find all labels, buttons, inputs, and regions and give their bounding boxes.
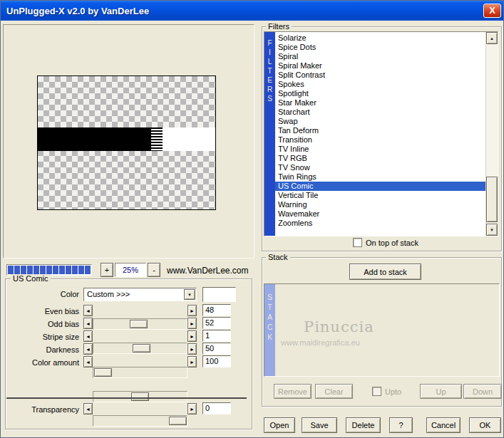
filter-list-item[interactable]: Spice Dots (275, 43, 485, 52)
filter-list-item[interactable]: Spiral (275, 52, 485, 61)
slider-left-arrow-icon[interactable]: ◄ (83, 305, 93, 316)
darkness-value[interactable]: 50 (202, 343, 231, 355)
filter-list-item[interactable]: US Comic (275, 182, 485, 191)
slider-right-arrow-icon[interactable]: ► (187, 318, 197, 329)
stripe-size-label: Stripe size (6, 333, 79, 341)
strip-letter: L (264, 57, 275, 66)
save-button[interactable]: Save (302, 417, 337, 433)
progress-segment (34, 266, 39, 274)
even-bias-value[interactable]: 48 (202, 304, 231, 316)
stripe-size-slider[interactable] (93, 367, 187, 378)
color-amount-value[interactable]: 100 (202, 355, 231, 367)
filter-list-item[interactable]: TV RGB (275, 154, 485, 163)
progress-segment (27, 266, 33, 274)
strip-letter: S (264, 94, 275, 103)
filters-list[interactable]: SolarizeSpice DotsSpiralSpiral MakerSpli… (275, 32, 485, 236)
help-button[interactable]: ? (389, 417, 413, 433)
unplugged-x-dialog: UnPlugged-X v2.0 by VanDerLee X + 25% - … (0, 0, 504, 438)
close-icon[interactable]: X (483, 4, 501, 18)
progress-segment (72, 266, 78, 274)
filter-list-item[interactable]: Star Maker (275, 98, 485, 108)
vendor-website-link[interactable]: www.VanDerLee.com (167, 266, 249, 276)
filter-list-item[interactable]: Wavemaker (275, 209, 485, 219)
strip-letter: I (264, 48, 275, 57)
filter-list-item[interactable]: Spiral Maker (275, 61, 485, 71)
remove-button[interactable]: Remove (274, 384, 312, 399)
chevron-down-icon[interactable]: ▼ (184, 289, 195, 300)
slider-left-arrow-icon[interactable]: ◄ (83, 343, 93, 355)
progress-segment (85, 266, 91, 274)
slider-right-arrow-icon[interactable]: ► (187, 403, 197, 414)
add-to-stack-button[interactable]: Add to stack (349, 264, 421, 280)
filter-list-item[interactable]: TV Snow (275, 163, 485, 172)
slider-thumb[interactable] (169, 417, 187, 425)
slider-right-arrow-icon[interactable]: ► (187, 356, 197, 367)
even-bias-slider[interactable] (93, 318, 187, 330)
upto-checkbox[interactable] (372, 387, 381, 396)
filter-list-item[interactable]: Spotlight (275, 89, 485, 98)
filter-list-item[interactable]: Twin Rings (275, 172, 485, 182)
open-button[interactable]: Open (264, 417, 295, 433)
progress-segment (14, 266, 20, 274)
scroll-down-icon[interactable]: ▼ (486, 224, 498, 236)
slider-thumb[interactable] (130, 320, 148, 328)
zoom-in-button[interactable]: + (101, 263, 113, 277)
color-dropdown-value: Custom >>> (87, 290, 130, 298)
odd-bias-label: Odd bias (6, 320, 79, 328)
stack-group-label: Stack (266, 253, 290, 262)
stack-list[interactable]: Pinuccia www.maidiregrafica.eu (275, 284, 499, 376)
slider-left-arrow-icon[interactable]: ◄ (83, 330, 93, 342)
stripe-size-value[interactable]: 1 (202, 330, 231, 342)
slider-left-arrow-icon[interactable]: ◄ (83, 403, 93, 414)
color-label: Color (6, 290, 79, 298)
slider-thumb[interactable] (131, 392, 149, 401)
slider-right-arrow-icon[interactable]: ► (187, 305, 197, 316)
slider-left-arrow-icon[interactable]: ◄ (83, 318, 93, 329)
clear-button[interactable]: Clear (315, 384, 353, 399)
filter-list-item[interactable]: Starchart (275, 108, 485, 117)
darkness-slider[interactable] (93, 391, 187, 402)
up-button[interactable]: Up (420, 384, 462, 399)
title-bar[interactable]: UnPlugged-X v2.0 by VanDerLee X (1, 1, 504, 21)
slider-right-arrow-icon[interactable]: ► (187, 330, 197, 342)
ok-button[interactable]: OK (469, 417, 501, 433)
filter-list-item[interactable]: Vertical Tile (275, 191, 485, 200)
on-top-of-stack-checkbox[interactable] (353, 238, 362, 247)
slider-left-arrow-icon[interactable]: ◄ (83, 356, 93, 367)
delete-button[interactable]: Delete (346, 417, 381, 433)
preview-black-segment (38, 127, 151, 151)
scrollbar-thumb[interactable] (486, 177, 498, 222)
progress-segment (53, 266, 58, 274)
zoom-level-field[interactable]: 25% (115, 263, 146, 277)
color-dropdown[interactable]: Custom >>> ▼ (83, 288, 197, 301)
custom-color-swatch[interactable] (202, 287, 236, 302)
slider-thumb[interactable] (94, 368, 112, 377)
scroll-up-icon[interactable]: ▲ (486, 32, 498, 44)
stack-list-panel: STACK Pinuccia www.maidiregrafica.eu (264, 283, 500, 377)
odd-bias-slider[interactable] (93, 343, 187, 354)
transparency-value[interactable]: 0 (202, 402, 231, 414)
filter-list-item[interactable]: Transition (275, 135, 485, 145)
cancel-button[interactable]: Cancel (426, 417, 461, 433)
preview-image[interactable] (37, 75, 216, 210)
transparency-label: Transparency (6, 405, 79, 414)
filter-list-item[interactable]: Tan Deform (275, 126, 485, 135)
color-amount-label: Color amount (6, 358, 79, 367)
watermark-url: www.maidiregrafica.eu (281, 338, 360, 347)
progress-segment (40, 266, 46, 274)
slider-thumb[interactable] (133, 344, 150, 353)
filters-group-label: Filters (266, 22, 292, 31)
filter-list-item[interactable]: Solarize (275, 33, 485, 43)
filter-list-item[interactable]: Warning (275, 200, 485, 209)
zoom-out-button[interactable]: - (148, 263, 160, 277)
color-amount-slider[interactable] (93, 415, 187, 427)
filter-list-item[interactable]: Zoomlens (275, 219, 485, 228)
down-button[interactable]: Down (463, 384, 502, 399)
filters-scrollbar[interactable]: ▲ ▼ (485, 32, 498, 236)
filter-list-item[interactable]: TV Inline (275, 145, 485, 154)
odd-bias-value[interactable]: 52 (202, 317, 231, 329)
filter-list-item[interactable]: Split Contrast (275, 71, 485, 80)
filter-list-item[interactable]: Spokes (275, 80, 485, 89)
filter-list-item[interactable]: Swap (275, 117, 485, 126)
slider-right-arrow-icon[interactable]: ► (187, 343, 197, 355)
